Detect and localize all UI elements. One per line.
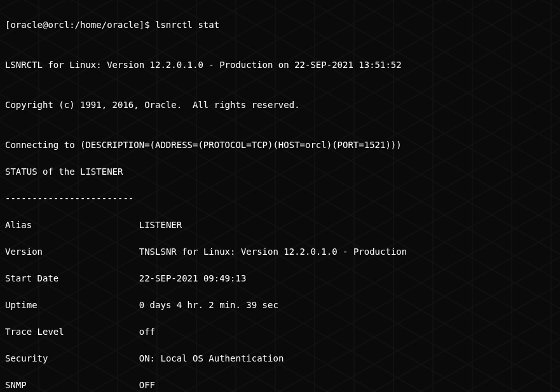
shell-prompt: [oracle@orcl:/home/oracle]$	[5, 20, 155, 30]
version-label: Version	[5, 247, 43, 257]
alias-value: LISTENER	[139, 220, 182, 230]
alias-row: Alias LISTENER	[5, 219, 555, 232]
snmp-value: OFF	[139, 380, 155, 390]
connecting-line: Connecting to (DESCRIPTION=(ADDRESS=(PRO…	[5, 139, 555, 152]
trace-value: off	[139, 327, 155, 337]
terminal-output: [oracle@orcl:/home/oracle]$ lsnrctl stat…	[5, 5, 555, 392]
security-value: ON: Local OS Authentication	[139, 353, 284, 363]
security-label: Security	[5, 353, 48, 363]
lsnrctl-header: LSNRCTL for Linux: Version 12.2.0.1.0 - …	[5, 58, 555, 72]
separator-line: ------------------------	[5, 192, 555, 205]
copyright-line: Copyright (c) 1991, 2016, Oracle. All ri…	[5, 98, 555, 112]
snmp-label: SNMP	[5, 380, 27, 390]
uptime-value: 0 days 4 hr. 2 min. 39 sec	[139, 300, 278, 310]
security-row: Security ON: Local OS Authentication	[5, 352, 555, 365]
alias-label: Alias	[5, 220, 32, 230]
start-date-label: Start Date	[5, 273, 58, 283]
uptime-label: Uptime	[5, 300, 38, 310]
uptime-row: Uptime 0 days 4 hr. 2 min. 39 sec	[5, 299, 555, 312]
status-header: STATUS of the LISTENER	[5, 165, 555, 179]
version-value: TNSLSNR for Linux: Version 12.2.0.1.0 - …	[139, 247, 407, 257]
snmp-row: SNMP OFF	[5, 379, 555, 392]
command-input: lsnrctl stat	[155, 20, 219, 30]
trace-row: Trace Level off	[5, 325, 555, 339]
start-date-row: Start Date 22-SEP-2021 09:49:13	[5, 272, 555, 285]
version-row: Version TNSLSNR for Linux: Version 12.2.…	[5, 245, 555, 259]
trace-label: Trace Level	[5, 327, 64, 337]
start-date-value: 22-SEP-2021 09:49:13	[139, 273, 247, 283]
